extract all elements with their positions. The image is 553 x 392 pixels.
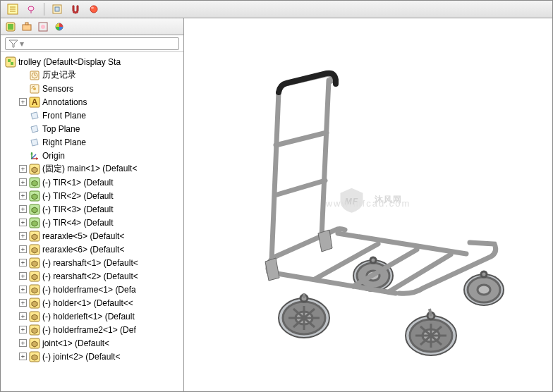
- svg-marker-31: [36, 157, 38, 160]
- part-y-icon: [29, 298, 40, 309]
- tree-item-label: (-) TIR<4> (Default: [42, 218, 113, 228]
- tree-item-label: Sensors: [42, 84, 73, 94]
- tree-item[interactable]: +(-) holder<1> (Default<<: [2, 296, 182, 310]
- expand-icon[interactable]: +: [19, 326, 27, 333]
- tree-item-label: (-) TIR<2> (Default: [42, 191, 113, 201]
- sensors-icon: [29, 83, 40, 94]
- tree-item[interactable]: +(-) TIR<1> (Default: [2, 176, 182, 189]
- assembly-icon: [5, 56, 16, 68]
- tree-item[interactable]: +rearaxle<5> (Default<: [2, 229, 182, 243]
- tree-item[interactable]: 历史记录: [2, 68, 182, 82]
- expand-icon[interactable]: +: [19, 259, 27, 267]
- part-y-icon: [29, 311, 40, 322]
- tree-item[interactable]: Top Plane: [2, 122, 182, 135]
- svg-point-4: [28, 6, 34, 11]
- svg-point-8: [90, 6, 97, 13]
- tree-item-label: joint<1> (Default<: [42, 338, 109, 348]
- tab-configuration-manager[interactable]: [36, 20, 50, 33]
- expand-icon[interactable]: +: [19, 272, 27, 280]
- expand-icon[interactable]: +: [19, 178, 27, 186]
- tab-feature-tree[interactable]: [4, 20, 18, 33]
- plane-icon: [29, 123, 40, 135]
- svg-point-15: [41, 25, 45, 29]
- tab-property-manager[interactable]: [20, 20, 34, 33]
- part-y-icon: [29, 338, 40, 349]
- tree-root[interactable]: trolley (Default<Display Sta: [2, 55, 182, 68]
- svg-line-72: [430, 309, 431, 316]
- tree-item[interactable]: +AAnnotations: [2, 95, 182, 109]
- expand-icon[interactable]: +: [19, 205, 27, 213]
- tree-item[interactable]: +rearaxle<6> (Default<: [2, 243, 182, 256]
- filter-input[interactable]: ▾: [5, 37, 179, 50]
- feature-manager-panel: ▾ trolley (Default<Display Sta 历史记录Senso…: [1, 18, 184, 391]
- tree-item[interactable]: Sensors: [2, 82, 182, 95]
- tree-item-label: Front Plane: [42, 111, 86, 121]
- tree-item[interactable]: Front Plane: [2, 109, 182, 122]
- svg-point-74: [481, 271, 487, 277]
- filter-icon: [8, 39, 18, 48]
- 3d-viewport[interactable]: MF 沐风网 www.mfcad.com: [184, 18, 552, 391]
- tree-item[interactable]: Right Plane: [2, 135, 182, 149]
- tree-item[interactable]: +joint<1> (Default<: [2, 336, 182, 350]
- panel-tabs: [1, 18, 183, 35]
- tree-item[interactable]: +(-) rearshaft<1> (Default<: [2, 256, 182, 269]
- part-g-icon: [29, 217, 40, 228]
- svg-rect-11: [8, 24, 13, 30]
- svg-marker-32: [30, 152, 33, 154]
- tree-item[interactable]: +(-) holderleft<1> (Default: [2, 310, 182, 323]
- balloon-button[interactable]: [23, 2, 39, 16]
- feature-tree[interactable]: trolley (Default<Display Sta 历史记录Sensors…: [1, 52, 183, 391]
- options-button[interactable]: [5, 2, 20, 16]
- sphere-button[interactable]: [86, 2, 102, 16]
- settings-button[interactable]: [49, 2, 65, 16]
- tree-item[interactable]: +(-) TIR<3> (Default: [2, 202, 182, 216]
- part-y-icon: [29, 257, 40, 269]
- tree-item[interactable]: +(-) rearshaft<2> (Default<: [2, 269, 182, 283]
- part-y-icon: [29, 271, 40, 282]
- tree-item[interactable]: +(固定) main<1> (Default<: [2, 162, 182, 176]
- svg-point-68: [478, 285, 490, 295]
- main-panels: ▾ trolley (Default<Display Sta 历史记录Senso…: [1, 18, 552, 391]
- part-y-icon: [29, 351, 40, 362]
- tree-item-label: Right Plane: [42, 137, 86, 147]
- expand-icon[interactable]: +: [19, 232, 27, 240]
- part-y-icon: [29, 284, 40, 295]
- tree-item[interactable]: +(-) holderframe<1> (Defa: [2, 283, 182, 296]
- expand-icon[interactable]: +: [19, 192, 27, 200]
- svg-point-9: [91, 7, 94, 9]
- svg-point-73: [370, 257, 376, 263]
- filter-bar: ▾: [1, 35, 183, 52]
- svg-rect-12: [23, 25, 31, 30]
- tree-item[interactable]: +(-) TIR<2> (Default: [2, 189, 182, 202]
- tree-item-label: Origin: [42, 151, 65, 161]
- expand-icon[interactable]: +: [19, 286, 27, 293]
- tree-item-label: (-) rearshaft<1> (Default<: [42, 258, 138, 268]
- tree-item-label: (-) joint<2> (Default<: [42, 352, 120, 362]
- trolley-model: [205, 54, 537, 371]
- expand-icon[interactable]: +: [19, 98, 27, 106]
- tree-item-label: Top Plane: [42, 124, 80, 134]
- expand-icon[interactable]: +: [19, 353, 27, 360]
- expand-icon[interactable]: +: [19, 165, 27, 173]
- expand-icon[interactable]: +: [19, 245, 27, 253]
- magnet-button[interactable]: [68, 2, 83, 16]
- tree-item[interactable]: +(-) joint<2> (Default<: [2, 350, 182, 363]
- svg-line-30: [32, 154, 36, 159]
- part-y-icon: [29, 244, 40, 255]
- tree-item-label: (-) holderframe2<1> (Def: [42, 325, 136, 335]
- tree-item[interactable]: +(-) holderframe2<1> (Def: [2, 323, 182, 336]
- svg-rect-18: [8, 59, 11, 62]
- tree-item[interactable]: +(-) TIR<4> (Default: [2, 216, 182, 229]
- expand-icon[interactable]: +: [19, 219, 27, 226]
- expand-icon[interactable]: +: [19, 339, 27, 347]
- tab-display-manager[interactable]: [52, 20, 66, 33]
- expand-icon[interactable]: +: [19, 312, 27, 320]
- expand-icon[interactable]: +: [19, 299, 27, 307]
- top-toolbar: [1, 1, 552, 18]
- tree-item-label: rearaxle<6> (Default<: [42, 245, 124, 255]
- tree-item[interactable]: Origin: [2, 149, 182, 162]
- plane-icon: [29, 137, 40, 148]
- tree-item-label: Annotations: [42, 97, 87, 107]
- part-y-icon: [29, 164, 40, 175]
- tree-item-label: 历史记录: [42, 69, 76, 81]
